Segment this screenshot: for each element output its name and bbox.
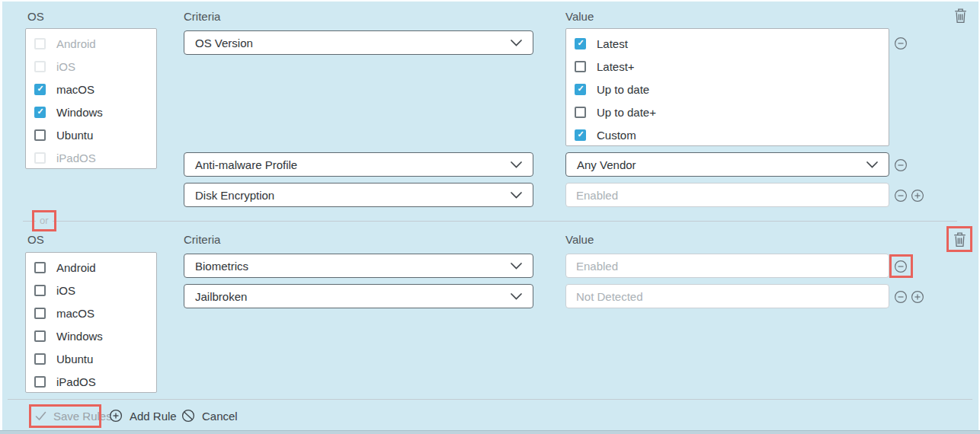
- criteria-select-antimalware[interactable]: Anti-malware Profile: [184, 152, 533, 177]
- plus-circle-icon: [911, 293, 924, 306]
- checkbox[interactable]: [34, 262, 46, 273]
- checkbox[interactable]: [34, 376, 46, 388]
- criteria-selected-value: Anti-malware Profile: [195, 158, 297, 171]
- chevron-down-icon: [511, 40, 522, 46]
- window-edge: [0, 0, 980, 2]
- value-option-label: Up to date: [597, 83, 649, 96]
- toolbar-divider: [8, 399, 972, 400]
- delete-rule-button[interactable]: [953, 231, 967, 247]
- criteria-select-biometrics[interactable]: Biometrics: [184, 254, 533, 278]
- os-option-macos[interactable]: macOS: [26, 302, 156, 324]
- value-input-jailbroken: [565, 284, 889, 308]
- checkbox[interactable]: [575, 38, 586, 49]
- os-option-label: iOS: [56, 60, 75, 73]
- os-option-windows[interactable]: Windows: [26, 324, 156, 347]
- add-criteria-row-button[interactable]: [911, 290, 924, 304]
- value-option-custom[interactable]: Custom: [566, 123, 889, 146]
- value-selected-value: Any Vendor: [577, 158, 636, 171]
- device-rules-editor: OS Criteria Value Android iOS macOS: [0, 0, 980, 434]
- criteria-select-os-version[interactable]: OS Version: [184, 30, 533, 55]
- criteria-selected-value: Disk Encryption: [195, 189, 274, 202]
- criteria-selected-value: Biometrics: [195, 260, 248, 273]
- minus-circle-icon: [894, 293, 908, 306]
- value-select-vendor[interactable]: Any Vendor: [565, 152, 889, 177]
- criteria-column-label: Criteria: [184, 233, 220, 246]
- os-list: Android iOS macOS Windows Ubuntu iPadOS: [25, 28, 157, 169]
- checkbox[interactable]: [575, 107, 586, 118]
- checkbox[interactable]: [34, 84, 46, 95]
- value-input-biometrics: [565, 254, 889, 278]
- value-option-latest[interactable]: Latest: [566, 32, 889, 55]
- criteria-selected-value: Jailbroken: [195, 290, 247, 303]
- checkbox[interactable]: [34, 330, 46, 342]
- criteria-select-jailbroken[interactable]: Jailbroken: [184, 284, 533, 308]
- checkbox[interactable]: [34, 129, 46, 141]
- or-operator-label[interactable]: or: [36, 215, 53, 226]
- checkbox[interactable]: [34, 308, 46, 319]
- minus-circle-icon: [894, 192, 908, 205]
- os-option-ubuntu[interactable]: Ubuntu: [26, 123, 156, 146]
- chevron-down-icon: [511, 263, 522, 270]
- os-option-label: macOS: [56, 83, 94, 96]
- minus-circle-icon: [894, 161, 908, 174]
- value-option-latest-plus[interactable]: Latest+: [566, 55, 889, 78]
- plus-circle-icon: [109, 409, 123, 423]
- add-rule-button[interactable]: Add Rule: [109, 409, 177, 423]
- checkbox[interactable]: [34, 38, 46, 49]
- minus-circle-icon: [894, 40, 908, 53]
- os-option-label: iPadOS: [56, 152, 96, 164]
- trash-icon: [953, 13, 968, 26]
- checkbox[interactable]: [34, 152, 46, 164]
- value-option-up-to-date[interactable]: Up to date: [566, 78, 889, 101]
- os-list: Android iOS macOS Windows Ubuntu iPadOS: [25, 252, 157, 393]
- remove-criteria-row-button[interactable]: [894, 260, 908, 273]
- os-option-ubuntu[interactable]: Ubuntu: [26, 347, 156, 370]
- checkbox[interactable]: [575, 84, 586, 95]
- os-option-ipados[interactable]: iPadOS: [26, 370, 156, 393]
- os-option-label: iPadOS: [56, 375, 96, 388]
- os-option-label: macOS: [56, 307, 94, 320]
- os-option-macos[interactable]: macOS: [26, 78, 156, 101]
- window-bottom-edge: [0, 430, 980, 434]
- os-option-windows[interactable]: Windows: [26, 101, 156, 123]
- value-option-label: Latest: [597, 37, 628, 50]
- rule-divider: [23, 221, 957, 222]
- cancel-slash-icon: [181, 409, 195, 423]
- remove-criteria-row-button[interactable]: [894, 158, 908, 172]
- os-option-label: Android: [56, 261, 96, 274]
- criteria-selected-value: OS Version: [195, 37, 253, 49]
- os-option-label: Windows: [56, 330, 103, 343]
- os-option-ios[interactable]: iOS: [26, 279, 156, 302]
- delete-rule-button[interactable]: [953, 8, 968, 24]
- cancel-label: Cancel: [202, 410, 238, 423]
- checkbox[interactable]: [34, 107, 46, 118]
- value-option-label: Custom: [597, 129, 636, 142]
- minus-circle-icon: [894, 263, 908, 276]
- value-column-label: Value: [565, 10, 594, 23]
- os-option-android[interactable]: Android: [26, 32, 156, 55]
- add-criteria-row-button[interactable]: [911, 189, 924, 203]
- os-option-label: Android: [56, 37, 96, 50]
- checkbox[interactable]: [34, 61, 46, 72]
- remove-criteria-row-button[interactable]: [894, 189, 908, 203]
- checkbox[interactable]: [575, 61, 586, 72]
- os-option-label: Windows: [56, 106, 103, 119]
- window-edge: [0, 0, 2, 434]
- checkbox[interactable]: [34, 285, 46, 296]
- criteria-select-disk-encryption[interactable]: Disk Encryption: [184, 183, 533, 207]
- value-option-up-to-date-plus[interactable]: Up to date+: [566, 101, 889, 123]
- chevron-down-icon: [511, 161, 522, 168]
- os-option-android[interactable]: Android: [26, 256, 156, 279]
- os-option-ipados[interactable]: iPadOS: [26, 146, 156, 169]
- os-option-ios[interactable]: iOS: [26, 55, 156, 78]
- value-input-disk-encryption: [565, 183, 889, 207]
- cancel-button[interactable]: Cancel: [181, 409, 238, 423]
- chevron-down-icon: [866, 161, 878, 168]
- remove-criteria-row-button[interactable]: [894, 37, 908, 50]
- remove-criteria-row-button[interactable]: [894, 290, 908, 304]
- save-rules-label: Save Rules: [53, 410, 112, 423]
- checkbox[interactable]: [575, 129, 586, 141]
- checkbox[interactable]: [34, 353, 46, 365]
- chevron-down-icon: [511, 293, 522, 300]
- save-rules-button[interactable]: Save Rules: [35, 410, 112, 423]
